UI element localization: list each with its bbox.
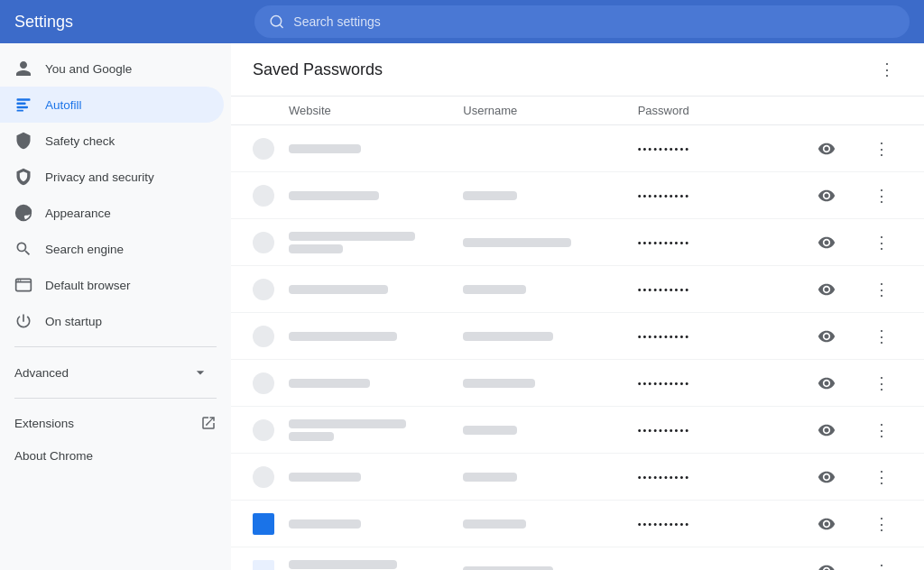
- search-icon: [269, 14, 284, 30]
- sidebar-divider-1: [14, 346, 217, 347]
- site-icon: [253, 419, 274, 441]
- show-password-button[interactable]: [812, 416, 841, 445]
- table-row[interactable]: •••••••••• ⋮: [231, 407, 924, 454]
- col-password: Password: [638, 104, 812, 117]
- row-more-options-button[interactable]: ⋮: [866, 137, 902, 161]
- table-row[interactable]: •••••••••• ⋮: [231, 547, 924, 570]
- site-icon: [253, 138, 274, 160]
- show-password-button[interactable]: [812, 369, 841, 398]
- row-more-options-button[interactable]: ⋮: [866, 372, 902, 395]
- row-more-options-button[interactable]: ⋮: [866, 559, 902, 571]
- svg-rect-2: [17, 106, 29, 109]
- sidebar-item-appearance[interactable]: Appearance: [0, 195, 224, 231]
- appearance-icon: [14, 204, 32, 222]
- table-row[interactable]: •••••••••• ⋮: [231, 266, 924, 313]
- svg-point-5: [18, 211, 21, 214]
- row-actions: [812, 416, 866, 445]
- row-actions: [812, 510, 866, 538]
- password-value: ••••••••••: [638, 190, 812, 201]
- advanced-label: Advanced: [14, 366, 69, 380]
- sidebar-label-search-engine: Search engine: [45, 243, 124, 256]
- svg-rect-0: [17, 98, 31, 101]
- row-more-options-button[interactable]: ⋮: [866, 418, 902, 442]
- show-password-button[interactable]: [812, 322, 841, 351]
- password-value: ••••••••••: [638, 519, 812, 529]
- table-row[interactable]: •••••••••• ⋮: [231, 172, 924, 219]
- row-more-options-button[interactable]: ⋮: [866, 325, 902, 348]
- password-value: ••••••••••: [638, 143, 812, 154]
- site-url: [289, 285, 463, 294]
- sidebar-label-privacy-security: Privacy and security: [45, 170, 154, 184]
- password-value: ••••••••••: [638, 331, 812, 342]
- search-input[interactable]: [293, 14, 895, 29]
- row-more-options-button[interactable]: ⋮: [866, 465, 902, 489]
- show-password-button[interactable]: [812, 134, 841, 163]
- sidebar-item-you-and-google[interactable]: You and Google: [0, 51, 224, 87]
- eye-icon: [818, 327, 836, 345]
- svg-point-6: [21, 208, 23, 211]
- search-bar[interactable]: [254, 5, 910, 38]
- username-value: [463, 519, 637, 529]
- password-rows-container: •••••••••• ⋮ •••••••••• ⋮ ••••••: [231, 125, 924, 570]
- sidebar-item-advanced[interactable]: Advanced: [0, 354, 224, 391]
- site-icon: [253, 560, 274, 571]
- col-icon: [253, 104, 289, 117]
- row-more-options-button[interactable]: ⋮: [866, 231, 902, 254]
- search-engine-icon: [14, 240, 32, 258]
- username-value: [463, 191, 637, 200]
- eye-icon: [818, 280, 836, 299]
- more-options-button[interactable]: ⋮: [872, 58, 902, 81]
- show-password-button[interactable]: [812, 228, 841, 257]
- table-header: Website Username Password: [231, 97, 924, 125]
- show-password-button[interactable]: [812, 275, 841, 304]
- sidebar-item-autofill[interactable]: Autofill: [0, 87, 224, 123]
- sidebar-label-autofill: Autofill: [45, 98, 82, 112]
- sidebar-label-on-startup: On startup: [45, 315, 102, 328]
- table-row[interactable]: •••••••••• ⋮: [231, 360, 924, 407]
- table-row[interactable]: •••••••••• ⋮: [231, 219, 924, 266]
- table-row[interactable]: •••••••••• ⋮: [231, 125, 924, 172]
- sidebar-item-on-startup[interactable]: On startup: [0, 303, 224, 339]
- sidebar-item-about-chrome[interactable]: About Chrome: [0, 440, 224, 472]
- site-icon: [253, 232, 274, 253]
- row-actions: [812, 322, 866, 351]
- password-value: ••••••••••: [638, 237, 812, 248]
- show-password-button[interactable]: [812, 181, 841, 210]
- content-area: Saved Passwords ⋮ Website Username Passw…: [231, 43, 924, 570]
- autofill-icon: [14, 96, 32, 114]
- sidebar-label-default-browser: Default browser: [45, 279, 131, 292]
- show-password-button[interactable]: [812, 556, 841, 571]
- row-actions: [812, 369, 866, 398]
- username-value: [463, 473, 637, 482]
- row-more-options-button[interactable]: ⋮: [866, 184, 902, 207]
- site-url: [289, 560, 463, 571]
- eye-icon: [818, 515, 836, 533]
- show-password-button[interactable]: [812, 510, 841, 538]
- svg-rect-1: [17, 103, 26, 106]
- settings-title: Settings: [14, 13, 240, 32]
- eye-icon: [818, 468, 836, 486]
- table-row[interactable]: •••••••••• ⋮: [231, 313, 924, 360]
- site-url: [289, 473, 463, 482]
- col-username: Username: [463, 104, 637, 117]
- row-more-options-button[interactable]: ⋮: [866, 512, 902, 536]
- sidebar-item-extensions[interactable]: Extensions: [0, 406, 231, 440]
- username-value: [463, 566, 637, 571]
- sidebar-item-search-engine[interactable]: Search engine: [0, 231, 224, 267]
- sidebar-item-safety-check[interactable]: Safety check: [0, 123, 224, 159]
- show-password-button[interactable]: [812, 463, 841, 492]
- table-row[interactable]: •••••••••• ⋮: [231, 501, 924, 547]
- eye-icon: [818, 140, 836, 158]
- content-title: Saved Passwords: [253, 60, 383, 79]
- sidebar-item-default-browser[interactable]: Default browser: [0, 267, 224, 303]
- col-menu: [866, 104, 902, 117]
- username-value: [463, 332, 637, 341]
- content-header: Saved Passwords ⋮: [231, 43, 924, 97]
- password-value: ••••••••••: [638, 472, 812, 483]
- row-more-options-button[interactable]: ⋮: [866, 278, 902, 301]
- sidebar-label-safety-check: Safety check: [45, 134, 115, 148]
- sidebar-item-privacy-security[interactable]: Privacy and security: [0, 159, 224, 195]
- table-row[interactable]: •••••••••• ⋮: [231, 454, 924, 501]
- username-value: [463, 426, 637, 435]
- username-value: [463, 238, 637, 247]
